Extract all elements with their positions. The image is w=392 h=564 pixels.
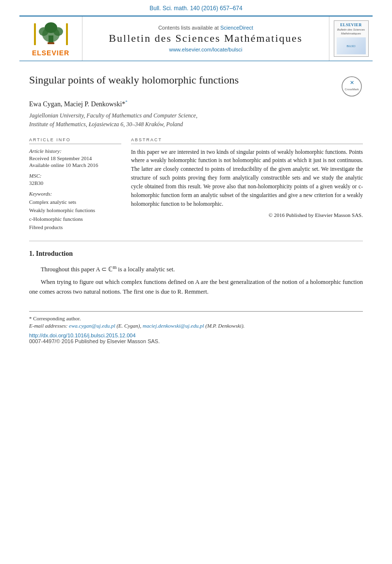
issn-line: 0007-4497/© 2016 Published by Elsevier M… xyxy=(29,338,363,344)
msc-label: MSC: xyxy=(29,173,121,179)
journal-thumbnail-box: ELSEVIER Bulletin des SciencesMathématiq… xyxy=(329,17,373,61)
elsevier-logo-box: ELSEVIER xyxy=(19,17,82,61)
svg-text:✕: ✕ xyxy=(350,80,354,85)
section-divider-1 xyxy=(29,241,363,241)
abstract-header: ABSTRACT xyxy=(131,137,363,144)
abstract-column: ABSTRACT In this paper we are interested… xyxy=(131,137,363,232)
contents-label: Contents lists available at ScienceDirec… xyxy=(158,25,253,31)
crossmark-badge[interactable]: ✕ CrossMark xyxy=(341,76,363,100)
email1-name: (E. Cygan), xyxy=(116,323,141,329)
svg-point-4 xyxy=(45,22,57,33)
email1-link[interactable]: ewa.cygan@uj.edu.pl xyxy=(69,323,115,329)
authors: Ewa Cygan, Maciej P. Denkowski** xyxy=(29,100,363,108)
svg-rect-6 xyxy=(34,23,36,45)
article-info-column: ARTICLE INFO Article history: Received 1… xyxy=(29,137,121,232)
msc-section: MSC: 32B30 xyxy=(29,173,121,186)
keyword-1: Complex analytic sets xyxy=(29,198,121,207)
keyword-2: Weakly holomorphic functions xyxy=(29,206,121,215)
footnote-star: * Corresponding author. xyxy=(29,315,363,321)
copyright-line: © 2016 Published by Elsevier Masson SAS. xyxy=(131,212,363,218)
elsevier-label: ELSEVIER xyxy=(32,49,69,57)
footnote-area: * Corresponding author. E-mail addresses… xyxy=(29,311,363,329)
keyword-4: Fibred products xyxy=(29,223,121,232)
received-date: Received 18 September 2014 xyxy=(29,155,121,161)
msc-value: 32B30 xyxy=(29,180,121,186)
svg-text:CrossMark: CrossMark xyxy=(344,88,359,91)
abstract-text: In this paper we are interested in two k… xyxy=(131,148,363,209)
history-label: Article history: xyxy=(29,148,121,154)
svg-rect-7 xyxy=(66,23,68,45)
email2-link[interactable]: maciej.denkowski@uj.edu.pl xyxy=(143,323,204,329)
crossmark-icon: ✕ CrossMark xyxy=(341,76,363,98)
journal-title: Bulletin des Sciences Mathématiques xyxy=(109,32,302,45)
title-section: Singular points of weakly holomorphic fu… xyxy=(29,73,363,100)
author-names: Ewa Cygan, Maciej P. Denkowski* xyxy=(29,100,125,108)
journal-header: ELSEVIER Contents lists available at Sci… xyxy=(19,16,373,61)
keywords-list: Complex analytic sets Weakly holomorphic… xyxy=(29,198,121,232)
main-content: Singular points of weakly holomorphic fu… xyxy=(29,61,363,344)
email2-name: (M.P. Denkowski). xyxy=(205,323,245,329)
affiliation-line1: Jagiellonian University, Faculty of Math… xyxy=(29,112,197,119)
available-date: Available online 10 March 2016 xyxy=(29,162,121,168)
journal-thumbnail: ELSEVIER Bulletin des SciencesMathématiq… xyxy=(334,20,369,57)
corresponding-star: * xyxy=(125,100,128,104)
footnote-emails: E-mail addresses: ewa.cygan@uj.edu.pl (E… xyxy=(29,323,363,329)
keywords-label: Keywords: xyxy=(29,191,121,197)
affiliation: Jagiellonian University, Faculty of Math… xyxy=(29,111,363,129)
affiliation-line2: Institute of Mathematics, Łojasiewicza 6… xyxy=(29,121,183,128)
para1-text: Throughout this paper A ⊂ ℂ xyxy=(41,266,113,273)
email-label: E-mail addresses: xyxy=(29,323,67,329)
article-title: Singular points of weakly holomorphic fu… xyxy=(29,73,334,87)
para1-rest: is a locally analytic set. xyxy=(116,266,175,273)
introduction-header: 1. Introduction xyxy=(29,250,363,258)
intro-para1: Throughout this paper A ⊂ ℂm is a locall… xyxy=(29,264,363,274)
sciencedirect-link[interactable]: ScienceDirect xyxy=(220,25,253,31)
doi-line[interactable]: http://dx.doi.org/10.1016/j.bulsci.2015.… xyxy=(29,332,363,338)
article-info-header: ARTICLE INFO xyxy=(29,137,121,144)
title-authors: Singular points of weakly holomorphic fu… xyxy=(29,73,334,95)
info-abstract-section: ARTICLE INFO Article history: Received 1… xyxy=(29,137,363,232)
journal-header-center: Contents lists available at ScienceDirec… xyxy=(82,17,329,61)
elsevier-tree-logo xyxy=(32,21,70,48)
svg-rect-5 xyxy=(48,42,54,44)
keyword-3: c-Holomorphic functions xyxy=(29,215,121,224)
journal-url[interactable]: www.elsevier.com/locate/bulsci xyxy=(169,47,242,52)
intro-para2: When trying to figure out which complex … xyxy=(29,277,363,297)
journal-reference: Bull. Sci. math. 140 (2016) 657–674 xyxy=(0,0,392,16)
